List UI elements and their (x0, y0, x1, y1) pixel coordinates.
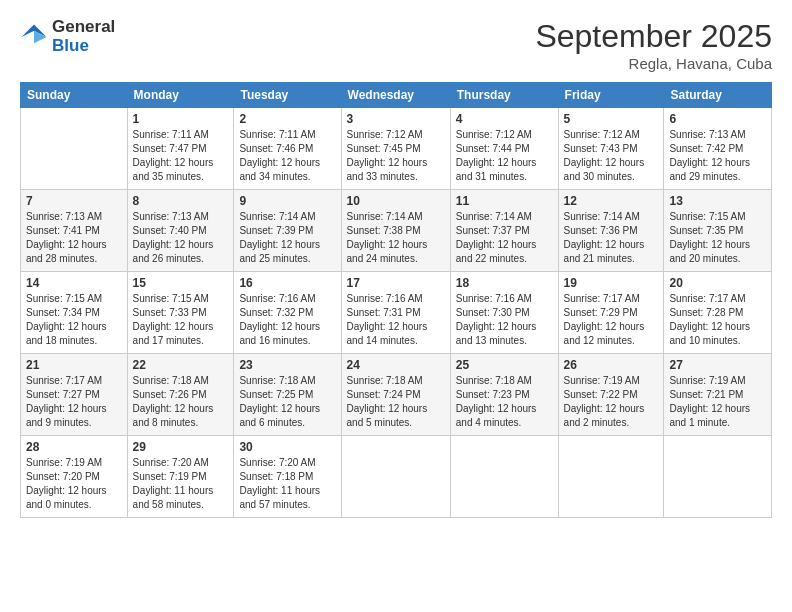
day-header-friday: Friday (558, 83, 664, 108)
logo: General Blue (20, 18, 115, 55)
calendar-cell: 16Sunrise: 7:16 AM Sunset: 7:32 PM Dayli… (234, 272, 341, 354)
calendar-cell (450, 436, 558, 518)
day-info: Sunrise: 7:18 AM Sunset: 7:26 PM Dayligh… (133, 374, 229, 430)
calendar-cell: 19Sunrise: 7:17 AM Sunset: 7:29 PM Dayli… (558, 272, 664, 354)
day-info: Sunrise: 7:15 AM Sunset: 7:35 PM Dayligh… (669, 210, 766, 266)
calendar-cell: 5Sunrise: 7:12 AM Sunset: 7:43 PM Daylig… (558, 108, 664, 190)
day-info: Sunrise: 7:11 AM Sunset: 7:46 PM Dayligh… (239, 128, 335, 184)
title-section: September 2025 Regla, Havana, Cuba (535, 18, 772, 72)
calendar-cell (341, 436, 450, 518)
calendar-cell: 2Sunrise: 7:11 AM Sunset: 7:46 PM Daylig… (234, 108, 341, 190)
day-header-sunday: Sunday (21, 83, 128, 108)
logo-blue: Blue (52, 37, 115, 56)
day-info: Sunrise: 7:14 AM Sunset: 7:39 PM Dayligh… (239, 210, 335, 266)
calendar-cell: 8Sunrise: 7:13 AM Sunset: 7:40 PM Daylig… (127, 190, 234, 272)
calendar-cell: 27Sunrise: 7:19 AM Sunset: 7:21 PM Dayli… (664, 354, 772, 436)
day-info: Sunrise: 7:17 AM Sunset: 7:27 PM Dayligh… (26, 374, 122, 430)
day-info: Sunrise: 7:20 AM Sunset: 7:18 PM Dayligh… (239, 456, 335, 512)
day-number: 21 (26, 358, 122, 372)
day-info: Sunrise: 7:19 AM Sunset: 7:20 PM Dayligh… (26, 456, 122, 512)
week-row-3: 21Sunrise: 7:17 AM Sunset: 7:27 PM Dayli… (21, 354, 772, 436)
calendar-cell: 26Sunrise: 7:19 AM Sunset: 7:22 PM Dayli… (558, 354, 664, 436)
calendar-cell: 4Sunrise: 7:12 AM Sunset: 7:44 PM Daylig… (450, 108, 558, 190)
day-number: 23 (239, 358, 335, 372)
logo-icon (20, 23, 48, 51)
day-number: 18 (456, 276, 553, 290)
day-info: Sunrise: 7:16 AM Sunset: 7:31 PM Dayligh… (347, 292, 445, 348)
day-number: 5 (564, 112, 659, 126)
day-info: Sunrise: 7:18 AM Sunset: 7:25 PM Dayligh… (239, 374, 335, 430)
calendar-cell: 12Sunrise: 7:14 AM Sunset: 7:36 PM Dayli… (558, 190, 664, 272)
day-number: 29 (133, 440, 229, 454)
week-row-1: 7Sunrise: 7:13 AM Sunset: 7:41 PM Daylig… (21, 190, 772, 272)
day-number: 8 (133, 194, 229, 208)
calendar-cell: 18Sunrise: 7:16 AM Sunset: 7:30 PM Dayli… (450, 272, 558, 354)
calendar-cell: 17Sunrise: 7:16 AM Sunset: 7:31 PM Dayli… (341, 272, 450, 354)
day-number: 22 (133, 358, 229, 372)
calendar-cell: 15Sunrise: 7:15 AM Sunset: 7:33 PM Dayli… (127, 272, 234, 354)
day-number: 10 (347, 194, 445, 208)
day-info: Sunrise: 7:16 AM Sunset: 7:30 PM Dayligh… (456, 292, 553, 348)
day-info: Sunrise: 7:19 AM Sunset: 7:21 PM Dayligh… (669, 374, 766, 430)
day-number: 7 (26, 194, 122, 208)
day-header-wednesday: Wednesday (341, 83, 450, 108)
calendar-cell (664, 436, 772, 518)
calendar-cell: 9Sunrise: 7:14 AM Sunset: 7:39 PM Daylig… (234, 190, 341, 272)
header-row: SundayMondayTuesdayWednesdayThursdayFrid… (21, 83, 772, 108)
calendar-cell: 21Sunrise: 7:17 AM Sunset: 7:27 PM Dayli… (21, 354, 128, 436)
calendar-body: 1Sunrise: 7:11 AM Sunset: 7:47 PM Daylig… (21, 108, 772, 518)
calendar-cell: 25Sunrise: 7:18 AM Sunset: 7:23 PM Dayli… (450, 354, 558, 436)
calendar-cell: 14Sunrise: 7:15 AM Sunset: 7:34 PM Dayli… (21, 272, 128, 354)
day-info: Sunrise: 7:15 AM Sunset: 7:33 PM Dayligh… (133, 292, 229, 348)
day-number: 24 (347, 358, 445, 372)
day-header-tuesday: Tuesday (234, 83, 341, 108)
calendar-header: SundayMondayTuesdayWednesdayThursdayFrid… (21, 83, 772, 108)
day-number: 25 (456, 358, 553, 372)
calendar-cell: 3Sunrise: 7:12 AM Sunset: 7:45 PM Daylig… (341, 108, 450, 190)
week-row-4: 28Sunrise: 7:19 AM Sunset: 7:20 PM Dayli… (21, 436, 772, 518)
day-info: Sunrise: 7:12 AM Sunset: 7:45 PM Dayligh… (347, 128, 445, 184)
week-row-0: 1Sunrise: 7:11 AM Sunset: 7:47 PM Daylig… (21, 108, 772, 190)
day-number: 27 (669, 358, 766, 372)
day-info: Sunrise: 7:12 AM Sunset: 7:43 PM Dayligh… (564, 128, 659, 184)
calendar-cell: 30Sunrise: 7:20 AM Sunset: 7:18 PM Dayli… (234, 436, 341, 518)
calendar-cell: 13Sunrise: 7:15 AM Sunset: 7:35 PM Dayli… (664, 190, 772, 272)
day-number: 28 (26, 440, 122, 454)
calendar-cell: 1Sunrise: 7:11 AM Sunset: 7:47 PM Daylig… (127, 108, 234, 190)
day-number: 12 (564, 194, 659, 208)
day-info: Sunrise: 7:20 AM Sunset: 7:19 PM Dayligh… (133, 456, 229, 512)
logo-text: General Blue (52, 18, 115, 55)
calendar-cell: 22Sunrise: 7:18 AM Sunset: 7:26 PM Dayli… (127, 354, 234, 436)
logo-general: General (52, 18, 115, 37)
day-info: Sunrise: 7:13 AM Sunset: 7:40 PM Dayligh… (133, 210, 229, 266)
calendar-cell: 11Sunrise: 7:14 AM Sunset: 7:37 PM Dayli… (450, 190, 558, 272)
day-number: 14 (26, 276, 122, 290)
day-number: 1 (133, 112, 229, 126)
day-number: 20 (669, 276, 766, 290)
day-info: Sunrise: 7:18 AM Sunset: 7:23 PM Dayligh… (456, 374, 553, 430)
day-number: 16 (239, 276, 335, 290)
calendar-cell: 29Sunrise: 7:20 AM Sunset: 7:19 PM Dayli… (127, 436, 234, 518)
day-number: 3 (347, 112, 445, 126)
day-number: 2 (239, 112, 335, 126)
calendar-cell (558, 436, 664, 518)
week-row-2: 14Sunrise: 7:15 AM Sunset: 7:34 PM Dayli… (21, 272, 772, 354)
day-info: Sunrise: 7:19 AM Sunset: 7:22 PM Dayligh… (564, 374, 659, 430)
day-header-thursday: Thursday (450, 83, 558, 108)
day-info: Sunrise: 7:12 AM Sunset: 7:44 PM Dayligh… (456, 128, 553, 184)
day-number: 13 (669, 194, 766, 208)
day-number: 9 (239, 194, 335, 208)
day-info: Sunrise: 7:17 AM Sunset: 7:28 PM Dayligh… (669, 292, 766, 348)
calendar-cell: 7Sunrise: 7:13 AM Sunset: 7:41 PM Daylig… (21, 190, 128, 272)
calendar-cell: 6Sunrise: 7:13 AM Sunset: 7:42 PM Daylig… (664, 108, 772, 190)
day-number: 6 (669, 112, 766, 126)
day-info: Sunrise: 7:13 AM Sunset: 7:42 PM Dayligh… (669, 128, 766, 184)
page: General Blue September 2025 Regla, Havan… (0, 0, 792, 612)
day-number: 15 (133, 276, 229, 290)
calendar-table: SundayMondayTuesdayWednesdayThursdayFrid… (20, 82, 772, 518)
day-number: 19 (564, 276, 659, 290)
day-info: Sunrise: 7:13 AM Sunset: 7:41 PM Dayligh… (26, 210, 122, 266)
day-number: 30 (239, 440, 335, 454)
day-info: Sunrise: 7:14 AM Sunset: 7:36 PM Dayligh… (564, 210, 659, 266)
day-info: Sunrise: 7:18 AM Sunset: 7:24 PM Dayligh… (347, 374, 445, 430)
